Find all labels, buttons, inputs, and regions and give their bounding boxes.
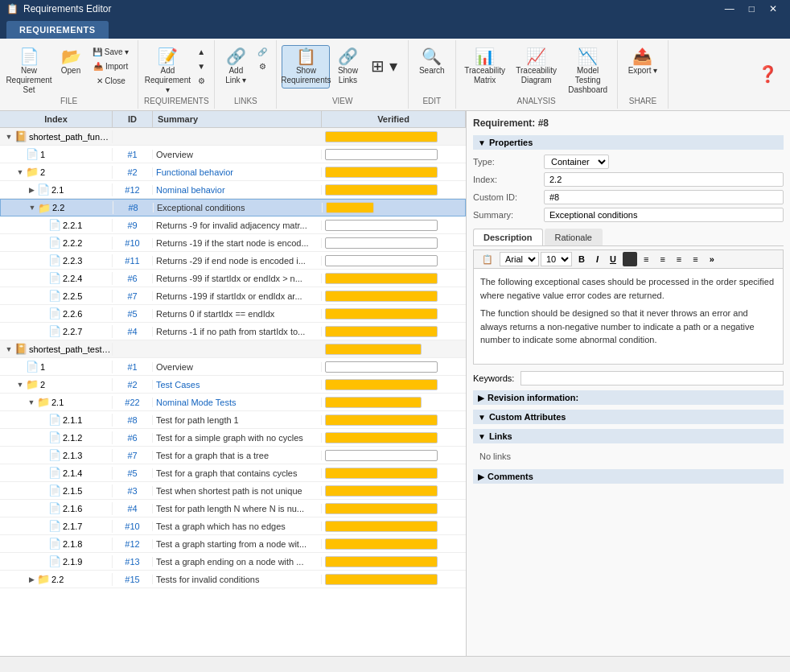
export-button[interactable]: 📤 Export ▾ — [623, 45, 664, 79]
tree-row[interactable]: ▼ 📁 2 #2 Functional behavior — [0, 163, 466, 181]
tree-row[interactable]: 📄 2.2.6 #5 Returns 0 if startIdx == endI… — [0, 305, 466, 323]
search-button[interactable]: 🔍 Search — [414, 45, 451, 79]
bold-button[interactable]: B — [574, 253, 590, 266]
maximize-button[interactable]: □ — [743, 0, 761, 18]
revision-header[interactable]: ▶ Revision information: — [473, 390, 784, 405]
type-select[interactable]: Container Functional — [544, 155, 609, 169]
close-button-ribbon[interactable]: ✕ Close — [88, 74, 133, 88]
font-family-select[interactable]: Arial — [500, 252, 539, 266]
tree-row[interactable]: 📄 2.2.1 #9 Returns -9 for invalid adjace… — [0, 216, 466, 234]
align-center-button[interactable]: ≡ — [655, 253, 669, 266]
show-links-button[interactable]: 🔗 ShowLinks — [331, 45, 364, 89]
tree-row[interactable]: 📄 1 #1 Overview — [0, 146, 466, 163]
underline-button[interactable]: U — [605, 253, 621, 266]
expand-button[interactable]: ▼ — [3, 344, 14, 355]
expand-placeholder — [37, 503, 48, 514]
traceability-matrix-button[interactable]: 📊 TraceabilityMatrix — [461, 45, 509, 89]
tree-row[interactable]: ▶ 📄 2.1 #12 Nominal behavior — [0, 181, 466, 199]
italic-button[interactable]: I — [591, 253, 603, 266]
tree-row[interactable]: 📄 2.2.7 #4 Returns -1 if no path from st… — [0, 323, 466, 340]
tree-body[interactable]: ▼ 📔 shortest_path_func_reqs 📄 1 #1 Overv… — [0, 128, 466, 656]
app-title: Requirements Editor — [23, 3, 111, 14]
custom-attributes-header[interactable]: ▼ Custom Attributes — [473, 410, 784, 424]
tree-row[interactable]: 📄 2.1.2 #6 Test for a simple graph with … — [0, 429, 466, 447]
expand-placeholder — [37, 220, 48, 231]
req-down-button[interactable]: ▼ — [193, 60, 209, 73]
keywords-input[interactable] — [520, 371, 784, 385]
expand-button[interactable]: ▼ — [14, 167, 26, 178]
tree-row[interactable]: ▼ 📁 2.2 #8 Exceptional conditions — [0, 199, 466, 216]
expand-button[interactable]: ▼ — [27, 202, 38, 213]
expand-button[interactable]: ▼ — [26, 397, 37, 408]
tree-row[interactable]: ▼ 📁 2.1 #22 Nominal Mode Tests — [0, 394, 466, 411]
cell-index: ▼ 📁 2.2 — [1, 201, 113, 214]
color-button[interactable] — [623, 252, 637, 266]
description-tab[interactable]: Description — [473, 229, 543, 245]
req-up-button[interactable]: ▲ — [193, 45, 209, 59]
link-sec-2[interactable]: ⚙ — [253, 60, 271, 73]
tree-row[interactable]: ▼ 📔 shortest_path_tests_reqs — [0, 340, 466, 358]
show-requirements-button[interactable]: 📋 ShowRequirements — [282, 45, 330, 89]
rte-paste-icon[interactable]: 📋 — [477, 253, 498, 266]
more-button[interactable]: » — [705, 253, 719, 266]
custom-id-input[interactable] — [544, 190, 784, 204]
new-requirement-set-button[interactable]: 📄 NewRequirement Set — [5, 45, 53, 98]
tree-row[interactable]: ▼ 📔 shortest_path_func_reqs — [0, 128, 466, 146]
model-testing-button[interactable]: 📉 Model TestingDashboard — [564, 45, 612, 98]
help-button[interactable]: ❓ — [751, 63, 784, 87]
save-button[interactable]: 💾 Save ▾ — [88, 45, 133, 59]
cell-index: 📄 2.1.3 — [0, 449, 113, 462]
req-settings-button[interactable]: ⚙ — [193, 74, 209, 88]
properties-section-header[interactable]: ▼ Properties — [473, 135, 784, 150]
comments-header[interactable]: ▶ Comments — [473, 469, 784, 484]
close-button[interactable]: ✕ — [763, 0, 784, 18]
tree-row[interactable]: 📄 2.1.5 #3 Test when shortest path is no… — [0, 482, 466, 500]
tree-row[interactable]: 📄 2.1.3 #7 Test for a graph that is a tr… — [0, 447, 466, 464]
link-sec-1[interactable]: 🔗 — [253, 45, 271, 59]
tree-row[interactable]: 📄 2.1.1 #8 Test for path length 1 — [0, 411, 466, 429]
import-button[interactable]: 📥 Import — [88, 60, 133, 73]
open-button[interactable]: 📂 Open — [55, 45, 87, 79]
summary-input[interactable] — [544, 208, 784, 222]
add-requirement-button[interactable]: 📝 AddRequirement ▾ — [143, 45, 191, 98]
cell-index: 📄 2.2.4 — [0, 272, 113, 285]
cell-id: #15 — [113, 575, 153, 584]
doc-icon: 📄 — [26, 361, 39, 373]
view-grid-button[interactable]: ⊞ ▾ — [365, 55, 403, 79]
tree-row[interactable]: ▶ 📁 2.2 #15 Tests for invalid conditions — [0, 571, 466, 588]
tree-row[interactable]: 📄 2.2.5 #7 Returns -199 if startIdx or e… — [0, 287, 466, 305]
expand-button[interactable]: ▶ — [26, 574, 37, 585]
align-left-button[interactable]: ≡ — [639, 253, 653, 266]
traceability-diagram-button[interactable]: 📈 TraceabilityDiagram — [512, 45, 561, 89]
tree-row[interactable]: 📄 2.2.2 #10 Returns -19 if the start nod… — [0, 234, 466, 252]
tree-row[interactable]: 📄 1 #1 Overview — [0, 358, 466, 376]
doc-icon: 📄 — [48, 272, 61, 285]
tree-row[interactable]: 📄 2.1.8 #12 Test a graph starting from a… — [0, 535, 466, 553]
export-label: Export ▾ — [628, 66, 658, 76]
links-section-header[interactable]: ▼ Links — [473, 429, 784, 443]
expand-button[interactable]: ▶ — [26, 184, 37, 196]
rte-content[interactable]: The following exceptional cases should b… — [473, 268, 784, 365]
requirements-tab[interactable]: REQUIREMENTS — [6, 21, 109, 39]
tree-row[interactable]: ▼ 📁 2 #2 Test Cases — [0, 376, 466, 394]
index-text: 2.1.9 — [63, 557, 82, 567]
index-text: 1 — [40, 150, 45, 159]
rationale-tab[interactable]: Rationale — [545, 229, 603, 245]
expand-button[interactable]: ▼ — [14, 379, 26, 390]
cell-verified — [322, 220, 466, 231]
tree-row[interactable]: 📄 2.2.4 #6 Returns -99 if startIdx or en… — [0, 270, 466, 287]
add-link-button[interactable]: 🔗 AddLink ▾ — [220, 45, 252, 89]
tree-row[interactable]: 📄 2.1.6 #4 Test for path length N where … — [0, 500, 466, 517]
expand-button[interactable]: ▼ — [3, 131, 14, 142]
cell-summary: Test for a simple graph with no cycles — [153, 433, 322, 443]
justify-button[interactable]: ≡ — [688, 253, 702, 266]
cell-index: ▼ 📔 shortest_path_func_reqs — [0, 130, 113, 143]
tree-row[interactable]: 📄 2.2.3 #11 Returns -29 if end node is e… — [0, 252, 466, 270]
tree-row[interactable]: 📄 2.1.9 #13 Test a graph ending on a nod… — [0, 553, 466, 571]
font-size-select[interactable]: 10 12 — [541, 252, 572, 266]
tree-row[interactable]: 📄 2.1.4 #5 Test for a graph that contain… — [0, 464, 466, 482]
minimize-button[interactable]: — — [718, 0, 741, 18]
index-text: 2.2.6 — [63, 309, 82, 319]
align-right-button[interactable]: ≡ — [672, 253, 686, 266]
tree-row[interactable]: 📄 2.1.7 #10 Test a graph which has no ed… — [0, 517, 466, 535]
